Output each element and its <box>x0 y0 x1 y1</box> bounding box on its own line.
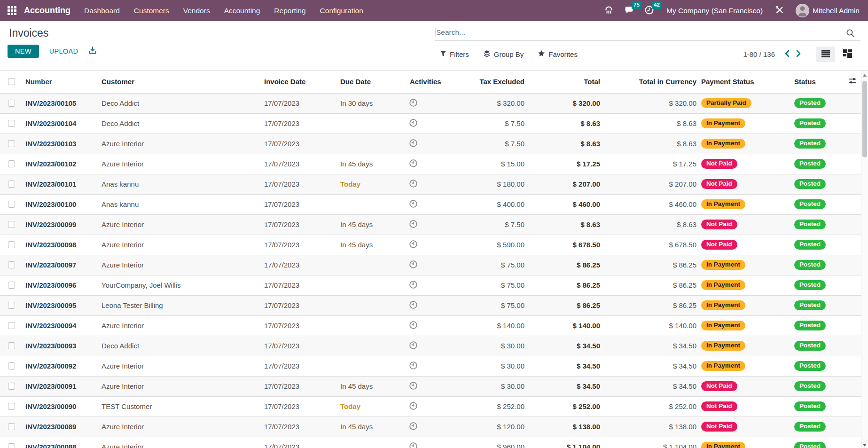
row-select-cell[interactable] <box>0 417 22 437</box>
row-checkbox[interactable] <box>8 100 15 107</box>
due-date-cell[interactable] <box>336 275 405 295</box>
row-select-cell[interactable] <box>0 315 22 336</box>
total-cell[interactable]: $ 86.25 <box>525 275 601 295</box>
status-cell[interactable]: Posted <box>791 214 844 235</box>
row-checkbox[interactable] <box>8 342 15 349</box>
status-cell[interactable]: Posted <box>791 194 844 214</box>
activities-cell[interactable] <box>405 255 455 275</box>
schedule-activity-button[interactable] <box>408 259 419 271</box>
schedule-activity-button[interactable] <box>408 279 419 291</box>
column-settings-cell[interactable] <box>844 71 861 93</box>
row-select-cell[interactable] <box>0 275 22 295</box>
customer-cell[interactable]: Leona Tester Billing <box>97 295 259 315</box>
nav-menu-item-customers[interactable]: Customers <box>127 0 176 21</box>
total-cell[interactable]: $ 34.50 <box>525 376 601 396</box>
favorites-dropdown[interactable]: Favorites <box>538 50 578 59</box>
tax-excluded-cell[interactable]: $ 320.00 <box>455 93 525 113</box>
row-checkbox[interactable] <box>8 302 15 309</box>
total-cell[interactable]: $ 8.63 <box>525 113 601 134</box>
total-cell[interactable]: $ 8.63 <box>525 134 601 154</box>
due-date-cell[interactable]: Today <box>336 174 405 194</box>
row-checkbox[interactable] <box>8 261 15 268</box>
total-in-currency-cell[interactable]: $ 34.50 <box>601 356 697 376</box>
invoice-date-cell[interactable]: 17/07/2023 <box>259 295 336 315</box>
invoice-number-cell[interactable]: INV/2023/00091 <box>22 376 97 396</box>
due-date-cell[interactable] <box>336 255 405 275</box>
row-select-cell[interactable] <box>0 295 22 315</box>
payment-status-cell[interactable]: Not Paid <box>697 376 791 396</box>
total-cell[interactable]: $ 86.25 <box>525 255 601 275</box>
status-cell[interactable]: Posted <box>791 376 844 396</box>
status-cell[interactable]: Posted <box>791 315 844 336</box>
due-date-cell[interactable] <box>336 113 405 134</box>
scroll-down-arrow-icon[interactable] <box>863 444 867 447</box>
status-cell[interactable]: Posted <box>791 113 844 134</box>
activities-cell[interactable] <box>405 315 455 336</box>
activities-cell[interactable] <box>405 356 455 376</box>
schedule-activity-button[interactable] <box>408 401 419 413</box>
header-due-date[interactable]: Due Date <box>336 71 405 93</box>
total-in-currency-cell[interactable]: $ 17.25 <box>601 154 697 174</box>
customer-cell[interactable]: Anas kannu <box>97 174 259 194</box>
invoice-date-cell[interactable]: 17/07/2023 <box>259 275 336 295</box>
payment-status-cell[interactable]: Not Paid <box>697 214 791 235</box>
row-checkbox[interactable] <box>8 322 15 329</box>
user-menu[interactable]: Mitchell Admin <box>791 4 861 17</box>
due-date-cell[interactable]: In 45 days <box>336 376 405 396</box>
invoice-number-cell[interactable]: INV/2023/00096 <box>22 275 97 295</box>
nav-menu-item-reporting[interactable]: Reporting <box>267 0 313 21</box>
customer-cell[interactable]: Azure Interior <box>97 214 259 235</box>
search-input[interactable] <box>436 28 846 37</box>
invoice-number-cell[interactable]: INV/2023/00104 <box>22 113 97 134</box>
total-in-currency-cell[interactable]: $ 460.00 <box>601 194 697 214</box>
tax-excluded-cell[interactable]: $ 75.00 <box>455 295 525 315</box>
status-cell[interactable]: Posted <box>791 174 844 194</box>
invoice-date-cell[interactable]: 17/07/2023 <box>259 235 336 255</box>
invoice-number-cell[interactable]: INV/2023/00105 <box>22 93 97 113</box>
row-select-cell[interactable] <box>0 396 22 417</box>
row-select-cell[interactable] <box>0 194 22 214</box>
total-in-currency-cell[interactable]: $ 34.50 <box>601 376 697 396</box>
activities-button[interactable]: 42 <box>641 2 658 19</box>
invoice-number-cell[interactable]: INV/2023/00089 <box>22 417 97 437</box>
invoice-number-cell[interactable]: INV/2023/00093 <box>22 336 97 356</box>
row-checkbox[interactable] <box>8 181 15 188</box>
tax-excluded-cell[interactable]: $ 75.00 <box>455 255 525 275</box>
total-in-currency-cell[interactable]: $ 207.00 <box>601 174 697 194</box>
row-select-cell[interactable] <box>0 93 22 113</box>
payment-status-cell[interactable]: In Payment <box>697 336 791 356</box>
customer-cell[interactable]: Deco Addict <box>97 113 259 134</box>
due-date-cell[interactable]: Today <box>336 396 405 417</box>
activities-cell[interactable] <box>405 275 455 295</box>
row-checkbox[interactable] <box>8 443 15 448</box>
activities-cell[interactable] <box>405 214 455 235</box>
column-settings-button[interactable] <box>846 75 859 88</box>
schedule-activity-button[interactable] <box>408 97 419 110</box>
row-checkbox[interactable] <box>8 201 15 208</box>
activities-cell[interactable] <box>405 194 455 214</box>
invoice-date-cell[interactable]: 17/07/2023 <box>259 93 336 113</box>
total-cell[interactable]: $ 86.25 <box>525 295 601 315</box>
row-checkbox[interactable] <box>8 383 15 390</box>
tax-excluded-cell[interactable]: $ 960.00 <box>455 437 525 448</box>
schedule-activity-button[interactable] <box>408 320 419 332</box>
customer-cell[interactable]: Azure Interior <box>97 235 259 255</box>
activities-cell[interactable] <box>405 336 455 356</box>
scroll-up-arrow-icon[interactable] <box>863 74 867 77</box>
payment-status-cell[interactable]: In Payment <box>697 194 791 214</box>
header-activities[interactable]: Activities <box>405 71 455 93</box>
customer-cell[interactable]: Azure Interior <box>97 134 259 154</box>
invoice-row[interactable]: INV/2023/00104Deco Addict17/07/2023$ 7.5… <box>0 113 861 134</box>
row-select-cell[interactable] <box>0 437 22 448</box>
due-date-cell[interactable] <box>336 134 405 154</box>
invoice-row[interactable]: INV/2023/00093Deco Addict17/07/2023$ 30.… <box>0 336 861 356</box>
due-date-cell[interactable] <box>336 356 405 376</box>
invoice-number-cell[interactable]: INV/2023/00088 <box>22 437 97 448</box>
vertical-scrollbar[interactable] <box>861 71 868 448</box>
row-checkbox[interactable] <box>8 282 15 289</box>
row-checkbox[interactable] <box>8 120 15 127</box>
total-cell[interactable]: $ 140.00 <box>525 315 601 336</box>
customer-cell[interactable]: Deco Addict <box>97 336 259 356</box>
payment-status-cell[interactable]: In Payment <box>697 113 791 134</box>
select-all-cell[interactable] <box>0 71 22 93</box>
